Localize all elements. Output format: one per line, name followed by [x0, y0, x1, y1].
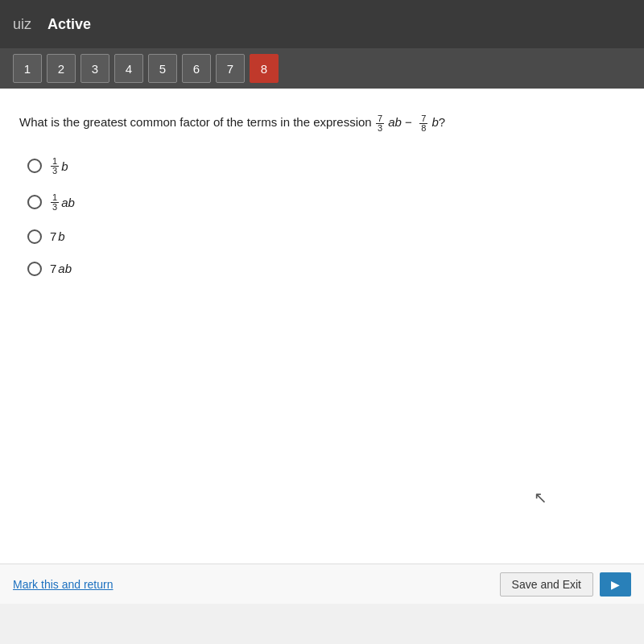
option-c[interactable]: 7b [27, 229, 625, 244]
quiz-label: uiz [13, 16, 31, 33]
option-b-math: 1 3 ab [50, 193, 75, 212]
question-text: What is the greatest common factor of th… [19, 113, 625, 133]
cursor-icon: ↖ [534, 488, 547, 507]
radio-c[interactable] [27, 229, 42, 244]
option-b[interactable]: 1 3 ab [27, 193, 625, 212]
number-bar: 1 2 3 4 5 6 7 8 [0, 48, 644, 89]
option-d[interactable]: 7ab [27, 262, 625, 276]
bottom-bar: Mark this and return Save and Exit ▶ [0, 564, 644, 604]
next-button[interactable]: ▶ [600, 572, 631, 597]
question-num-1[interactable]: 1 [13, 54, 42, 83]
option-c-math: 7b [50, 229, 65, 243]
question-prefix: What is the greatest common factor of th… [19, 115, 375, 129]
radio-b[interactable] [27, 195, 42, 209]
header-bar: uiz Active [0, 0, 644, 48]
fraction-7-8: 7 8 [419, 114, 427, 133]
option-d-math: 7ab [50, 262, 72, 275]
bottom-right-buttons: Save and Exit ▶ [500, 572, 631, 597]
active-label: Active [47, 16, 91, 33]
question-num-5[interactable]: 5 [148, 54, 177, 83]
math-expression: 7 3 ab − 7 8 b? [375, 115, 445, 129]
main-content: What is the greatest common factor of th… [0, 89, 644, 604]
question-num-4[interactable]: 4 [114, 54, 143, 83]
option-a[interactable]: 1 3 b [27, 157, 625, 175]
fraction-a: 1 3 [51, 157, 59, 175]
question-num-8[interactable]: 8 [250, 54, 279, 83]
option-a-math: 1 3 b [50, 157, 68, 175]
options-list: 1 3 b 1 3 ab 7b 7ab [27, 157, 625, 276]
question-num-7[interactable]: 7 [216, 54, 245, 83]
question-num-3[interactable]: 3 [80, 54, 109, 83]
question-num-6[interactable]: 6 [182, 54, 211, 83]
save-exit-button[interactable]: Save and Exit [500, 572, 593, 597]
question-num-2[interactable]: 2 [47, 54, 76, 83]
radio-a[interactable] [27, 159, 42, 173]
fraction-7-3: 7 3 [376, 114, 384, 133]
fraction-b: 1 3 [51, 193, 59, 212]
radio-d[interactable] [27, 262, 42, 276]
mark-return-link[interactable]: Mark this and return [13, 578, 114, 591]
